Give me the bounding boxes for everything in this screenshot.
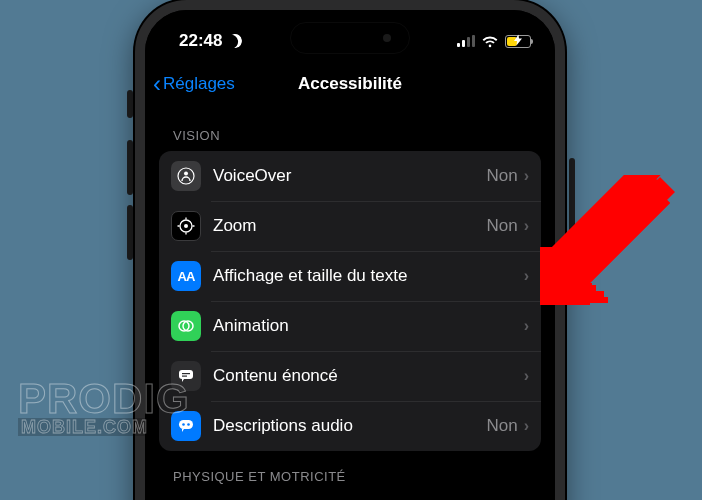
svg-rect-12 bbox=[182, 376, 187, 377]
phone-volume-up bbox=[127, 140, 133, 195]
svg-point-3 bbox=[184, 224, 188, 228]
back-label: Réglages bbox=[163, 74, 235, 94]
back-button[interactable]: ‹ Réglages bbox=[153, 72, 235, 96]
chevron-right-icon: › bbox=[524, 217, 529, 235]
camera-dot-icon bbox=[383, 34, 391, 42]
row-zoom[interactable]: Zoom Non › bbox=[159, 201, 541, 251]
do-not-disturb-icon bbox=[227, 33, 243, 49]
chevron-left-icon: ‹ bbox=[153, 72, 161, 96]
wifi-icon bbox=[481, 35, 499, 48]
chevron-right-icon: › bbox=[524, 317, 529, 335]
phone-power-button bbox=[569, 158, 575, 240]
row-label: Animation bbox=[213, 316, 524, 336]
svg-rect-11 bbox=[182, 373, 190, 374]
row-animation[interactable]: Animation › bbox=[159, 301, 541, 351]
vision-group: VoiceOver Non › Zoom Non › AA Affichage … bbox=[159, 151, 541, 451]
phone-mute-switch bbox=[127, 90, 133, 118]
svg-point-0 bbox=[178, 168, 194, 184]
screen: 22:48 ‹ bbox=[145, 10, 555, 500]
cellular-signal-icon bbox=[457, 35, 475, 47]
battery-icon bbox=[505, 35, 531, 48]
section-header-vision: VISION bbox=[159, 110, 541, 151]
phone-volume-down bbox=[127, 205, 133, 260]
spoken-content-icon bbox=[171, 361, 201, 391]
row-voiceover[interactable]: VoiceOver Non › bbox=[159, 151, 541, 201]
row-value: Non bbox=[486, 166, 517, 186]
svg-rect-19 bbox=[551, 175, 661, 266]
row-label: Descriptions audio bbox=[213, 416, 486, 436]
section-header-physique: PHYSIQUE ET MOTRICITÉ bbox=[159, 451, 541, 492]
row-label: VoiceOver bbox=[213, 166, 486, 186]
chevron-right-icon: › bbox=[524, 167, 529, 185]
audio-descriptions-icon bbox=[171, 411, 201, 441]
dynamic-island bbox=[290, 22, 410, 54]
svg-point-15 bbox=[187, 423, 190, 426]
chevron-right-icon: › bbox=[524, 267, 529, 285]
row-value: Non bbox=[486, 216, 517, 236]
text-size-icon: AA bbox=[171, 261, 201, 291]
charging-bolt-icon bbox=[514, 35, 522, 48]
row-audio-descriptions[interactable]: Descriptions audio Non › bbox=[159, 401, 541, 451]
animation-icon bbox=[171, 311, 201, 341]
zoom-icon bbox=[171, 211, 201, 241]
voiceover-icon bbox=[171, 161, 201, 191]
svg-point-14 bbox=[182, 423, 185, 426]
watermark-line2: MOBILE.COM bbox=[18, 418, 151, 436]
chevron-right-icon: › bbox=[524, 367, 529, 385]
phone-frame: 22:48 ‹ bbox=[135, 0, 565, 500]
row-label: Zoom bbox=[213, 216, 486, 236]
svg-point-1 bbox=[184, 172, 188, 176]
row-label: Contenu énoncé bbox=[213, 366, 524, 386]
status-time: 22:48 bbox=[179, 31, 222, 51]
row-value: Non bbox=[486, 416, 517, 436]
svg-rect-13 bbox=[179, 420, 193, 429]
row-label: Affichage et taille du texte bbox=[213, 266, 524, 286]
nav-bar: ‹ Réglages Accessibilité bbox=[145, 58, 555, 110]
row-spoken-content[interactable]: Contenu énoncé › bbox=[159, 351, 541, 401]
svg-rect-10 bbox=[179, 370, 193, 379]
chevron-right-icon: › bbox=[524, 417, 529, 435]
row-display-text-size[interactable]: AA Affichage et taille du texte › bbox=[159, 251, 541, 301]
